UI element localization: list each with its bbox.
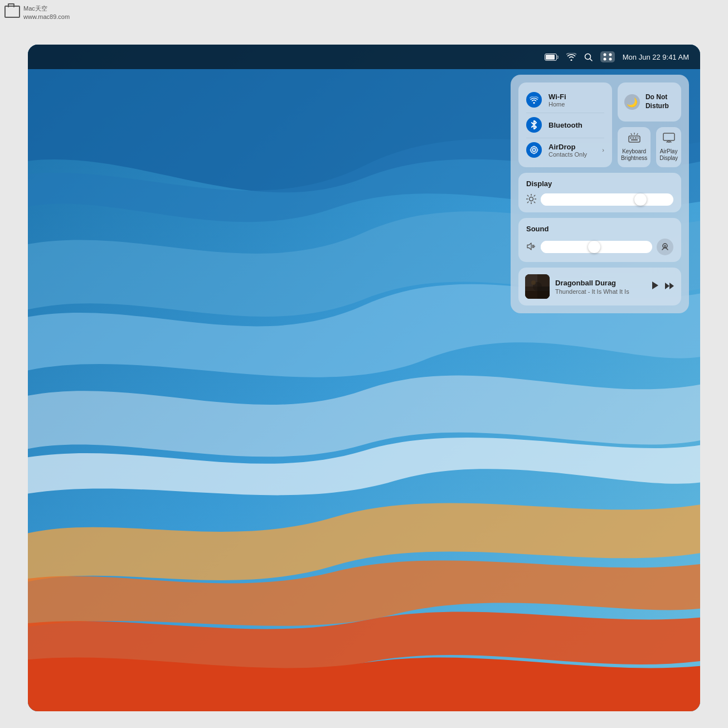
svg-rect-16 (635, 138, 637, 139)
svg-line-20 (631, 134, 632, 135)
wifi-indicator (566, 53, 576, 61)
sound-title: Sound (526, 225, 673, 233)
svg-rect-42 (525, 291, 550, 299)
airplay-display-button[interactable]: AirPlay Display (656, 127, 681, 167)
svg-rect-22 (663, 133, 674, 140)
bluetooth-item[interactable]: Bluetooth (526, 113, 604, 137)
airdrop-chevron: › (602, 147, 604, 153)
svg-point-7 (603, 58, 606, 61)
dnd-button[interactable]: 🌙 Do Not Disturb (618, 82, 681, 122)
bluetooth-icon-circle (526, 117, 542, 133)
album-art (525, 274, 550, 299)
svg-line-28 (527, 195, 528, 196)
dnd-label: Do Not Disturb (646, 93, 674, 110)
keyboard-brightness-label: Keyboard Brightness (621, 148, 647, 162)
track-title: Dragonball Durag (555, 279, 646, 287)
airdrop-text: AirDrop Contacts Only (549, 143, 587, 158)
svg-point-41 (531, 280, 536, 285)
svg-rect-13 (629, 136, 640, 142)
svg-point-8 (609, 58, 611, 61)
svg-point-9 (533, 102, 535, 104)
wifi-label: Wi-Fi (549, 93, 566, 101)
svg-line-30 (534, 195, 535, 196)
svg-rect-2 (546, 55, 555, 60)
wifi-icon-circle (526, 92, 542, 108)
svg-point-12 (533, 149, 535, 151)
mac-screen: Mon Jun 22 9:41 AM (28, 45, 700, 711)
airplay-audio-button[interactable] (657, 239, 673, 255)
airplay-display-label: AirPlay Display (659, 148, 678, 162)
control-center-icon[interactable] (600, 51, 615, 62)
brightness-icon (526, 194, 536, 206)
display-section: Display (518, 173, 681, 212)
wifi-text: Wi-Fi Home (549, 93, 566, 108)
battery-indicator (545, 54, 559, 61)
volume-icon (526, 242, 536, 252)
svg-line-31 (527, 202, 528, 203)
airdrop-item[interactable]: AirDrop Contacts Only › (526, 138, 604, 162)
svg-line-29 (534, 202, 535, 203)
menu-bar: Mon Jun 22 9:41 AM (28, 45, 700, 69)
svg-rect-15 (632, 138, 634, 139)
bluetooth-label: Bluetooth (549, 121, 583, 129)
svg-point-5 (603, 54, 606, 56)
volume-slider[interactable] (541, 241, 652, 253)
dnd-icon: 🌙 (624, 94, 640, 110)
airdrop-subtitle: Contacts Only (549, 151, 587, 158)
watermark: Mac天空 www.mac89.com (4, 4, 70, 22)
sound-section: Sound (518, 218, 681, 262)
svg-point-36 (664, 245, 666, 247)
track-subtitle: Thundercat - It Is What It Is (555, 288, 646, 295)
display-slider-row (526, 193, 673, 206)
display-title: Display (526, 179, 673, 188)
svg-line-21 (637, 134, 638, 135)
cc-connectivity-tile: Wi-Fi Home Bluetooth (518, 82, 612, 167)
svg-rect-17 (637, 138, 638, 139)
cc-quick-toggles: 🌙 Do Not Disturb (618, 82, 681, 167)
track-info: Dragonball Durag Thundercat - It Is What… (555, 279, 646, 295)
airdrop-icon-circle (526, 142, 542, 158)
svg-line-4 (590, 59, 592, 61)
svg-point-23 (530, 197, 533, 201)
keyboard-brightness-button[interactable]: Keyboard Brightness (618, 127, 651, 167)
brightness-slider[interactable] (541, 193, 673, 206)
airdrop-label: AirDrop (549, 143, 587, 151)
control-center-panel: Wi-Fi Home Bluetooth (511, 75, 689, 313)
keyboard-brightness-icon (628, 133, 640, 145)
wifi-item[interactable]: Wi-Fi Home (526, 88, 604, 111)
airplay-display-icon (663, 133, 675, 145)
svg-rect-14 (630, 138, 632, 139)
sound-row (526, 239, 673, 255)
playback-controls (651, 281, 674, 292)
bluetooth-text: Bluetooth (549, 121, 583, 129)
play-button[interactable] (651, 281, 659, 292)
wifi-subtitle: Home (549, 101, 566, 108)
cc-small-toggles: Keyboard Brightness AirPlay Display (618, 127, 681, 167)
svg-point-6 (609, 54, 611, 56)
cc-top-row: Wi-Fi Home Bluetooth (518, 82, 681, 167)
svg-rect-18 (631, 139, 638, 140)
watermark-line2: www.mac89.com (23, 13, 70, 21)
menubar-datetime: Mon Jun 22 9:41 AM (623, 53, 689, 61)
now-playing-section: Dragonball Durag Thundercat - It Is What… (518, 268, 681, 305)
search-icon[interactable] (584, 53, 593, 61)
skip-forward-button[interactable] (664, 282, 674, 292)
watermark-line1: Mac天空 (23, 4, 70, 13)
